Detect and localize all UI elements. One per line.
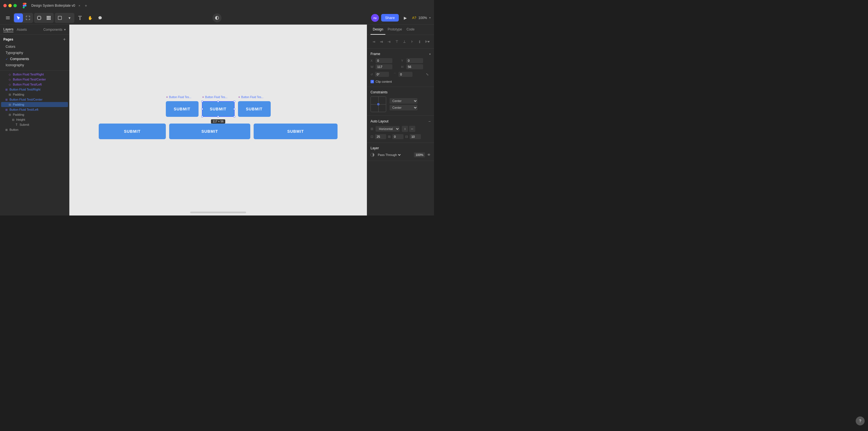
handle-br — [234, 116, 235, 118]
blend-mode-select[interactable]: Pass Through — [377, 153, 402, 157]
submit-button-small-1[interactable]: SUBMIT — [166, 101, 198, 117]
direction-select[interactable]: Horizontal — [376, 126, 400, 132]
zoom-level[interactable]: 100% — [418, 16, 427, 20]
visibility-toggle[interactable]: 👁 — [427, 153, 431, 157]
align-bottom-button[interactable]: ⊦ — [409, 38, 415, 45]
align-center-v-button[interactable]: ⊥ — [401, 38, 408, 45]
page-item-typography[interactable]: Typography — [3, 50, 66, 56]
zoom-dropdown-icon[interactable]: ▾ — [429, 16, 431, 19]
tab-design[interactable]: Design — [371, 25, 385, 35]
layer-item-height[interactable]: ⊟ Height — [1, 117, 68, 122]
layer-name: Button — [9, 128, 65, 131]
hand-tool[interactable]: ✋ — [86, 13, 95, 22]
layer-item-submit[interactable]: T Submit — [1, 122, 68, 127]
layer-item-padding[interactable]: ⊟ Padding — [1, 92, 68, 97]
shape-tools: ▾ — [55, 13, 74, 23]
align-right-button[interactable]: ⫣ — [386, 38, 392, 45]
add-page-button[interactable]: + — [63, 37, 66, 42]
add-tab-button[interactable]: + — [85, 3, 87, 8]
horizontal-constraint-select[interactable]: Center — [390, 98, 417, 104]
tab-layers[interactable]: Layers — [3, 27, 13, 32]
submit-button-large-3[interactable]: SUBMIT — [254, 124, 338, 139]
frame-dropdown-icon[interactable]: ▾ — [429, 53, 431, 56]
layer-item[interactable]: ◇ Button Fluid Test/Left — [1, 82, 68, 87]
vertical-constraint-select[interactable]: Center — [390, 105, 417, 110]
padding-left-input[interactable] — [375, 134, 386, 139]
frame-tool[interactable] — [35, 13, 43, 22]
tab-close-button[interactable]: × — [79, 4, 80, 7]
scale-tool[interactable] — [24, 13, 32, 22]
layer-item-frame-center[interactable]: ⊞ Button Fluid Test/Center — [1, 97, 68, 102]
align-left-button[interactable]: ⫤ — [371, 38, 377, 45]
shape-tool[interactable] — [55, 13, 64, 22]
page-name-colors: Colors — [6, 45, 16, 48]
diamond-icon: ◇ — [8, 78, 12, 81]
submit-button-small-2-selected[interactable]: SUBMIT — [202, 101, 235, 117]
diamond-icon: ◇ — [8, 83, 12, 86]
layer-item-padding-2[interactable]: ⊟ Padding — [1, 112, 68, 117]
pages-header: Pages + — [3, 37, 66, 42]
play-button[interactable]: ▶ — [401, 13, 410, 22]
theme-toggle[interactable] — [213, 13, 221, 22]
tab-code[interactable]: Code — [404, 25, 417, 35]
gap-icon: ⊞ — [388, 135, 391, 139]
layer-item-frame-left[interactable]: ⊞ Button Fluid Test/Left — [1, 107, 68, 112]
page-item-components[interactable]: ✓ Components — [3, 56, 66, 62]
clip-content-row: ✓ Clip content — [371, 80, 431, 83]
text-tool[interactable] — [75, 13, 85, 22]
tab-prototype[interactable]: Prototype — [385, 25, 404, 35]
w-input[interactable] — [376, 64, 392, 69]
align-top-button[interactable]: ⊤ — [394, 38, 400, 45]
autolayout-direction: ⊞ Horizontal ↕ ↔ — [371, 126, 431, 132]
rotation-input[interactable] — [375, 72, 389, 77]
components-tab[interactable]: Components ▾ — [43, 28, 66, 32]
opacity-input[interactable] — [414, 152, 425, 157]
corner-radius-icon: ⌒ — [394, 72, 396, 76]
svg-rect-3 — [58, 16, 62, 20]
distribute-button[interactable]: ⫿ — [416, 38, 423, 45]
remove-autolayout-button[interactable]: − — [428, 119, 431, 124]
y-input[interactable] — [406, 58, 423, 63]
pen-tool[interactable]: ▾ — [65, 13, 74, 22]
corner-radius-input[interactable] — [399, 72, 412, 77]
layer-item-button[interactable]: ⊞ Button — [1, 127, 68, 132]
right-panel: Design Prototype Code ⫤ ⫥ ⫣ ⊤ ⊥ ⊦ ⫿ ⊫▾ F… — [367, 25, 434, 216]
expand-corners-button[interactable]: ⤡ — [424, 71, 431, 78]
canvas[interactable]: ✦ Button Fluid Tes... SUBMIT ✦ Button Fl… — [69, 25, 367, 216]
grid-tool[interactable] — [44, 13, 53, 22]
gap-input[interactable] — [392, 134, 404, 139]
page-item-iconography[interactable]: Iconography — [3, 62, 66, 68]
page-item-colors[interactable]: Colors — [3, 43, 66, 50]
page-name-typography: Typography — [6, 51, 23, 55]
share-button[interactable]: Share — [381, 14, 399, 22]
layer-item-padding-selected[interactable]: ⊟ Padding — [1, 102, 68, 107]
close-button[interactable] — [3, 4, 7, 7]
item-spacing-input[interactable] — [410, 134, 421, 139]
btn-label-2: ✦ Button Fluid Tes... — [202, 96, 228, 99]
x-input[interactable] — [376, 58, 392, 63]
clip-content-checkbox[interactable]: ✓ — [371, 80, 374, 83]
canvas-scrollbar[interactable] — [190, 211, 246, 213]
align-center-h-button[interactable]: ⫥ — [378, 38, 384, 45]
clip-content-label: Clip content — [376, 80, 392, 83]
layer-section: Layer Pass Through 👁 — [367, 143, 434, 161]
layer-item[interactable]: ◇ Button Fluid Test/Right — [1, 72, 68, 77]
select-tool[interactable] — [14, 13, 23, 22]
submit-button-small-3[interactable]: SUBMIT — [238, 101, 271, 117]
minimize-button[interactable] — [8, 4, 12, 7]
align-items-start[interactable]: ↕ — [402, 126, 408, 132]
menu-button[interactable] — [3, 13, 12, 22]
layer-item-frame-right[interactable]: ⊞ Button Fluid Test/Right — [1, 87, 68, 92]
align-items-center[interactable]: ↔ — [409, 126, 415, 132]
figma-icon — [22, 3, 27, 8]
h-input[interactable] — [406, 64, 423, 69]
submit-button-large-2[interactable]: SUBMIT — [169, 124, 250, 139]
frame-header: Frame ▾ — [371, 52, 431, 56]
maximize-button[interactable] — [13, 4, 17, 7]
submit-button-large-1[interactable]: SUBMIT — [99, 124, 166, 139]
layer-item[interactable]: ◇ Button Fluid Test/Center — [1, 77, 68, 82]
constraints-title: Constraints — [371, 90, 431, 94]
more-align-button[interactable]: ⊫▾ — [424, 38, 431, 45]
comment-tool[interactable] — [96, 13, 104, 22]
tab-assets[interactable]: Assets — [17, 27, 27, 32]
